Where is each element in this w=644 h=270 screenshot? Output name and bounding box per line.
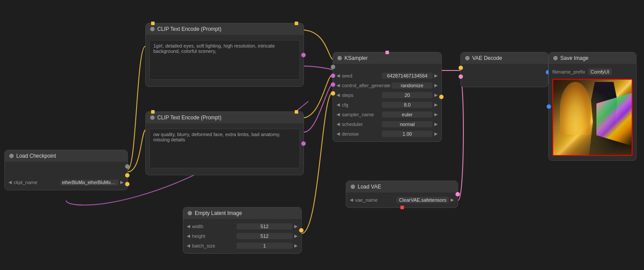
seed-label: seed [342, 73, 381, 78]
empty-latent-body: ◀ width 512 ▶ ◀ height 512 ▶ ◀ batch_siz… [183, 219, 301, 253]
height-prev-btn[interactable]: ◀ [186, 234, 191, 238]
control-prev[interactable]: ◀ [336, 83, 341, 88]
node-save-image: Save Image filename_prefix ComfyUI [548, 52, 637, 161]
width-value: 512 [237, 223, 292, 229]
steps-value: 20 [382, 92, 433, 98]
node-clip2-title: CLIP Text Encode (Prompt) [157, 115, 222, 121]
sampler-next[interactable]: ▶ [433, 112, 439, 117]
steps-next[interactable]: ▶ [433, 93, 439, 97]
batch-value: 1 [237, 243, 292, 249]
seed-prev[interactable]: ◀ [336, 74, 341, 78]
load-vae-bottom-port [400, 206, 404, 209]
sampler-value: euler [382, 111, 433, 118]
node-load-checkpoint: Load Checkpoint ◀ ckpt_name etherBluMix_… [4, 150, 128, 190]
node-clip1-dot [150, 27, 155, 31]
denoise-prev[interactable]: ◀ [336, 132, 341, 136]
clip1-right-port [301, 53, 306, 57]
vae-name-value: ClearVAE.safetensors [396, 197, 449, 203]
height-next-btn[interactable]: ▶ [293, 234, 299, 238]
seed-row: ◀ seed 642871467134564 ▶ [333, 71, 441, 81]
width-next-btn[interactable]: ▶ [293, 224, 299, 229]
node-vae-decode: VAE Decode [460, 52, 548, 87]
load-checkpoint-dot [9, 154, 14, 158]
clip2-top-port-right [295, 110, 298, 114]
sampler-row: ◀ sampler_name euler ▶ [333, 110, 441, 119]
checkpoint-prev-btn[interactable]: ◀ [7, 180, 13, 185]
save-image-title: Save Image [560, 55, 588, 61]
clip1-top-port-right [295, 22, 298, 25]
vae-decode-body [461, 64, 548, 87]
save-image-header: Save Image [549, 52, 636, 64]
scheduler-value: normal [382, 121, 433, 127]
ksampler-dot [337, 56, 342, 60]
load-checkpoint-body: ◀ ckpt_name etherBluMix_etherBluMix5.s..… [5, 162, 127, 190]
load-checkpoint-title: Load Checkpoint [16, 153, 56, 159]
control-label: control_after_generate [342, 83, 391, 88]
seed-next[interactable]: ▶ [433, 74, 439, 78]
batch-next-btn[interactable]: ▶ [293, 244, 299, 248]
ksampler-body: ◀ seed 642871467134564 ▶ ◀ control_after… [333, 64, 441, 141]
node-empty-latent: Empty Latent Image ◀ width 512 ▶ ◀ heigh… [183, 207, 302, 254]
denoise-next[interactable]: ▶ [433, 132, 439, 136]
filename-prefix-value: ComfyUI [588, 68, 612, 75]
ksampler-title: KSampler [344, 55, 368, 61]
sampler-prev[interactable]: ◀ [336, 112, 341, 117]
empty-latent-width-row: ◀ width 512 ▶ [183, 222, 301, 231]
node-clip2-body: ow quality, blurry, deformed face, extra… [146, 123, 303, 175]
cfg-prev[interactable]: ◀ [336, 103, 341, 107]
clip1-text-input[interactable]: 1girl, detailed eyes, soft lighting, hig… [149, 40, 300, 80]
empty-latent-batch-row: ◀ batch_size 1 ▶ [183, 241, 301, 251]
filename-row: filename_prefix ComfyUI [549, 67, 636, 77]
seed-value: 642871467134564 [382, 73, 433, 79]
vae-next-btn[interactable]: ▶ [450, 198, 455, 202]
height-value: 512 [237, 233, 292, 239]
node-clip1-body: 1girl, detailed eyes, soft lighting, hig… [146, 35, 303, 86]
load-vae-header: Load VAE [346, 181, 458, 192]
floor-reflection [553, 137, 632, 155]
save-image-dot [553, 56, 558, 60]
cfg-next[interactable]: ▶ [433, 103, 439, 107]
batch-prev-btn[interactable]: ◀ [186, 244, 191, 248]
ksampler-top-port [385, 51, 389, 54]
vae-decode-header: VAE Decode [461, 52, 548, 64]
save-image-body: filename_prefix ComfyUI [549, 64, 636, 160]
control-next[interactable]: ▶ [433, 83, 439, 88]
cfg-label: cfg [342, 102, 381, 107]
vae-decode-dot [465, 56, 470, 60]
scheduler-next[interactable]: ▶ [433, 122, 439, 126]
save-image-preview [552, 79, 633, 156]
node-clip1-header: CLIP Text Encode (Prompt) [146, 23, 303, 35]
empty-latent-dot [188, 211, 192, 215]
control-value: randomize [392, 82, 433, 89]
node-clip-text-encode-1: CLIP Text Encode (Prompt) 1girl, detaile… [145, 23, 304, 87]
scheduler-row: ◀ scheduler normal ▶ [333, 119, 441, 129]
scheduler-prev[interactable]: ◀ [336, 122, 341, 126]
clip2-right-port [301, 141, 306, 146]
denoise-label: denoise [342, 131, 381, 137]
clip2-top-port-left [151, 110, 155, 114]
cfg-row: ◀ cfg 8.0 ▶ [333, 100, 441, 110]
load-vae-title: Load VAE [358, 184, 381, 190]
clip2-text-input[interactable]: ow quality, blurry, deformed face, extra… [149, 129, 300, 168]
load-checkpoint-header: Load Checkpoint [5, 150, 127, 162]
width-prev-btn[interactable]: ◀ [186, 224, 191, 229]
node-canvas[interactable]: CLIP Text Encode (Prompt) 1girl, detaile… [0, 0, 644, 270]
checkpoint-field-row: ◀ ckpt_name etherBluMix_etherBluMix5.s..… [5, 178, 127, 187]
height-label: height [192, 233, 236, 239]
checkpoint-next-btn[interactable]: ▶ [119, 180, 125, 185]
control-row: ◀ control_after_generate randomize ▶ [333, 81, 441, 90]
load-vae-body: ◀ vae_name ClearVAE.safetensors ▶ [346, 192, 458, 207]
load-vae-dot [351, 185, 355, 189]
node-ksampler: KSampler ◀ seed 642871467134564 ▶ ◀ cont… [333, 52, 442, 142]
vae-prev-btn[interactable]: ◀ [349, 198, 354, 202]
vae-name-label: vae_name [355, 197, 396, 203]
filename-prefix-label: filename_prefix [552, 69, 585, 74]
steps-prev[interactable]: ◀ [336, 93, 341, 97]
vae-decode-title: VAE Decode [472, 55, 502, 61]
clip1-top-port-left [151, 22, 155, 25]
batch-label: batch_size [192, 243, 236, 248]
empty-latent-height-row: ◀ height 512 ▶ [183, 231, 301, 241]
denoise-value: 1.00 [382, 131, 433, 137]
node-load-vae: Load VAE ◀ vae_name ClearVAE.safetensors… [346, 181, 458, 208]
vae-decode-samples-port [459, 66, 463, 70]
